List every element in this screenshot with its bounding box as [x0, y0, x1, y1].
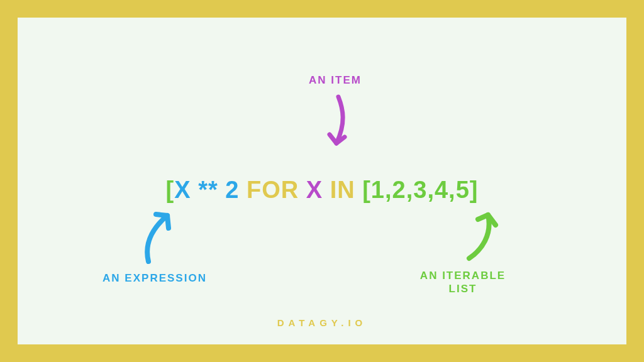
- expr-variable: X: [174, 177, 198, 203]
- label-item: AN ITEM: [297, 74, 373, 87]
- diagram-panel: AN ITEM [X ** 2 FOR X IN [1,2,3,4,5] AN …: [18, 18, 626, 344]
- label-iterable-line2: LIST: [449, 283, 477, 295]
- keyword-for: FOR: [247, 177, 306, 203]
- expr-number: 2: [225, 177, 247, 203]
- label-expression: AN EXPRESSION: [92, 272, 218, 285]
- code-expression: [X ** 2 FOR X IN [1,2,3,4,5]: [18, 177, 626, 204]
- expr-operator: **: [198, 177, 225, 203]
- label-iterable: AN ITERABLE LIST: [394, 269, 532, 296]
- iterable-list: [1,2,3,4,5]: [362, 177, 478, 203]
- item-variable: X: [306, 177, 330, 203]
- arrow-item-icon: [319, 92, 357, 158]
- label-iterable-line1: AN ITERABLE: [420, 270, 506, 282]
- arrow-expression-icon: [137, 206, 187, 269]
- bracket-open: [: [166, 177, 175, 203]
- keyword-in: IN: [330, 177, 363, 203]
- arrow-iterable-icon: [458, 206, 508, 266]
- footer-brand: DATAGY.IO: [18, 317, 626, 328]
